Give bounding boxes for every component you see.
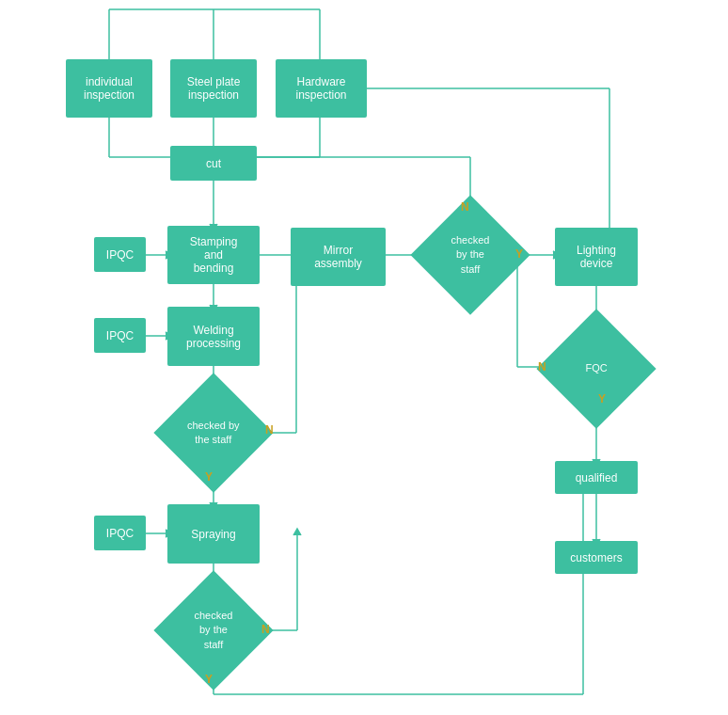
- check1-n-label: N: [265, 423, 274, 437]
- check3-diamond: checkedby thestaff: [153, 570, 273, 690]
- stamping-label: Stamping and bending: [190, 235, 238, 275]
- lighting-node: Lighting device: [555, 228, 638, 286]
- hardware-inspection-label: Hardware inspection: [295, 75, 346, 102]
- customers-label: customers: [570, 551, 622, 564]
- individual-inspection-label: individual inspection: [84, 75, 135, 102]
- ipqc3-node: IPQC: [94, 516, 146, 550]
- spraying-node: Spraying: [167, 504, 260, 564]
- ipqc3-label: IPQC: [106, 527, 134, 540]
- fqc-n-label: N: [538, 360, 546, 373]
- mirror-node: Mirror assembly: [291, 228, 386, 286]
- check1-label: checked bythe staff: [176, 415, 251, 452]
- individual-inspection-node: individual inspection: [66, 59, 152, 118]
- ipqc1-label: IPQC: [106, 248, 134, 262]
- ipqc2-label: IPQC: [106, 329, 134, 342]
- ipqc1-node: IPQC: [94, 237, 146, 272]
- spraying-label: Spraying: [191, 528, 235, 541]
- check3-n-label: N: [261, 623, 270, 636]
- cut-label: cut: [206, 157, 221, 170]
- fqc-label: FQC: [559, 358, 634, 379]
- customers-node: customers: [555, 541, 638, 574]
- cut-node: cut: [170, 146, 257, 181]
- check2-n-label: N: [461, 200, 469, 214]
- qualified-node: qualified: [555, 461, 638, 494]
- steel-plate-inspection-label: Steel plate inspection: [187, 75, 241, 102]
- check2-y-label: Y: [515, 247, 523, 261]
- check2-diamond: checkedby thestaff: [410, 195, 530, 314]
- steel-plate-inspection-node: Steel plate inspection: [170, 59, 257, 118]
- check3-y-label: Y: [205, 673, 213, 686]
- hardware-inspection-node: Hardware inspection: [276, 59, 367, 118]
- welding-label: Welding processing: [186, 324, 241, 350]
- stamping-node: Stamping and bending: [167, 226, 260, 284]
- fqc-diamond: FQC: [536, 309, 656, 428]
- welding-node: Welding processing: [167, 307, 260, 366]
- check2-label: checkedby thestaff: [433, 230, 508, 280]
- mirror-label: Mirror assembly: [314, 244, 362, 270]
- check1-y-label: Y: [205, 470, 213, 484]
- ipqc2-node: IPQC: [94, 318, 146, 353]
- lighting-label: Lighting device: [577, 244, 616, 270]
- fqc-y-label: Y: [598, 392, 606, 405]
- qualified-label: qualified: [576, 471, 618, 485]
- check1-diamond: checked bythe staff: [153, 373, 273, 492]
- check3-label: checkedby thestaff: [176, 605, 251, 656]
